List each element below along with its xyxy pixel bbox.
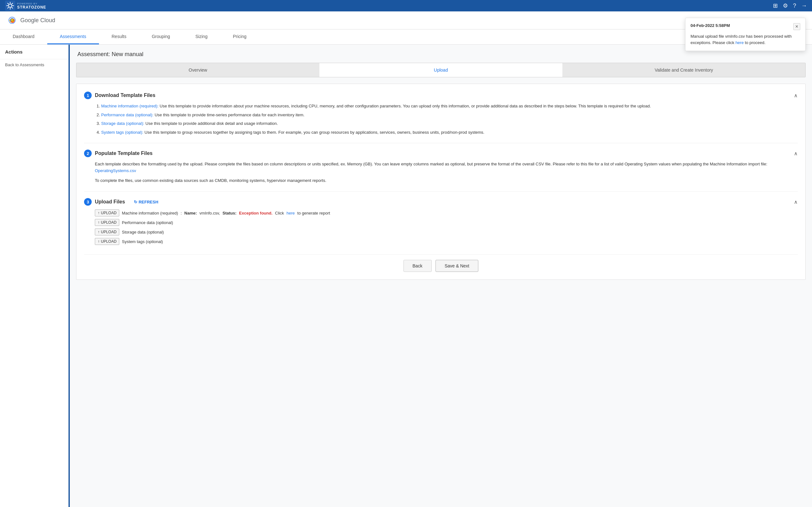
upload-row-performance: ↑ UPLOAD Performance data (optional) [95,219,798,226]
upload-row-tags: ↑ UPLOAD System tags (optional) [95,238,798,245]
upload-icon: ↑ [98,211,100,215]
content-card: 1 Download Template Files ∧ Machine info… [76,83,806,280]
assessment-title: Assessment: New manual [76,51,806,58]
stratozone-logo: POWERED BY STRATOZONE [5,1,46,11]
grid-icon[interactable]: ⊞ [773,2,778,9]
status-label: Status: [223,211,237,216]
name-label: Name: [184,211,197,216]
subtab-upload[interactable]: Upload [319,63,562,77]
tab-assessments[interactable]: Assessments [47,30,99,44]
upload-storage-button[interactable]: ↑ UPLOAD [95,228,119,235]
tab-results[interactable]: Results [99,30,139,44]
section1-title: Download Template Files [95,93,155,98]
section1-number: 1 [84,92,92,99]
section3-title-row: 3 Upload Files ↻ REFRESH [84,198,158,206]
sub-tabs: Overview Upload Validate and Create Inve… [76,63,806,77]
machine-info-link[interactable]: Machine information (required): [101,104,159,108]
section2-title: Populate Template Files [95,151,153,156]
upload-machine-button[interactable]: ↑ UPLOAD [95,210,119,216]
section3-header: 3 Upload Files ↻ REFRESH ∧ [84,198,798,206]
google-cloud-logo: Google Cloud [6,14,55,26]
notification-date: 04-Feb-2022 5:58PM [691,23,730,28]
notification-link[interactable]: here [735,40,744,45]
section3-number: 3 [84,198,92,206]
storage-data-link[interactable]: Storage data (optional): [101,121,144,126]
list-item: Machine information (required): Use this… [101,103,798,109]
top-bar-right: ⊞ ⚙ ? → [773,2,807,9]
sidebar-item-back[interactable]: Back to Assessments [0,59,68,70]
upload-row-storage: ↑ UPLOAD Storage data (optional) [95,228,798,235]
divider2 [84,191,798,192]
section2-header: 2 Populate Template Files ∧ [84,150,798,157]
notification-close-button[interactable]: × [793,23,800,30]
section-download: 1 Download Template Files ∧ Machine info… [84,92,798,135]
tab-dashboard[interactable]: Dashboard [0,30,47,44]
notification-popup: 04-Feb-2022 5:58PM × Manual upload file … [685,18,806,51]
section2-collapse-icon[interactable]: ∧ [794,151,798,157]
settings-icon[interactable]: ⚙ [783,2,788,9]
section3-title: Upload Files [95,199,125,205]
svg-point-13 [11,21,12,22]
operating-systems-link[interactable]: OperatingSystems.csv [95,168,136,173]
upload-icon: ↑ [98,239,100,244]
tab-sizing[interactable]: Sizing [183,30,220,44]
upload-performance-button[interactable]: ↑ UPLOAD [95,219,119,226]
list-item: Storage data (optional): Use this templa… [101,120,798,127]
refresh-icon: ↻ [134,200,137,205]
stratozone-icon [5,1,15,11]
main-layout: Actions Back to Assessments Assessment: … [0,45,812,507]
status-badge: Exception found. [239,211,272,216]
notification-header: 04-Feb-2022 5:58PM × [691,23,800,30]
top-bar: POWERED BY STRATOZONE ⊞ ⚙ ? → [0,0,812,11]
list-item: System tags (optional): Use this templat… [101,129,798,135]
upload-icon: ↑ [98,220,100,225]
stratozone-text: POWERED BY STRATOZONE [17,2,46,9]
content-area: Assessment: New manual Overview Upload V… [70,45,812,507]
subtab-validate[interactable]: Validate and Create Inventory [562,63,805,77]
tab-grouping[interactable]: Grouping [139,30,183,44]
top-bar-left: POWERED BY STRATOZONE [5,1,46,11]
google-cloud-text: Google Cloud [20,17,55,24]
section2-body: Each template describes the formatting u… [84,161,798,184]
upload-icon: ↑ [98,230,100,234]
subtab-overview[interactable]: Overview [77,63,319,77]
sidebar: Actions Back to Assessments [0,45,70,507]
section1-title-row: 1 Download Template Files [84,92,155,99]
google-cloud-icon [6,14,18,26]
section1-header: 1 Download Template Files ∧ [84,92,798,99]
help-icon[interactable]: ? [793,3,796,9]
section-upload: 3 Upload Files ↻ REFRESH ∧ ↑ [84,198,798,245]
section3-collapse-icon[interactable]: ∧ [794,199,798,205]
save-next-button[interactable]: Save & Next [436,260,478,272]
section1-body: Machine information (required): Use this… [84,103,798,135]
section2-title-row: 2 Populate Template Files [84,150,153,157]
back-button[interactable]: Back [403,260,432,272]
section-populate: 2 Populate Template Files ∧ Each templat… [84,150,798,184]
section1-collapse-icon[interactable]: ∧ [794,93,798,99]
user-icon[interactable]: → [801,3,807,9]
svg-point-12 [13,20,14,20]
section3-body: ↑ UPLOAD Machine information (required) … [84,210,798,245]
sidebar-actions-title: Actions [0,45,68,59]
svg-point-14 [10,20,11,20]
list-item: Performance data (optional): Use this te… [101,112,798,118]
svg-point-11 [11,19,12,20]
section2-number: 2 [84,150,92,157]
performance-data-link[interactable]: Performance data (optional): [101,112,154,117]
bottom-actions: Back Save & Next [84,255,798,272]
exception-report-link[interactable]: here [287,211,295,216]
divider1 [84,143,798,143]
upload-row-machine: ↑ UPLOAD Machine information (required) … [95,210,798,216]
section2-para1: Each template describes the formatting u… [95,161,798,174]
system-tags-link[interactable]: System tags (optional): [101,130,143,135]
section2-para2: To complete the files, use common existi… [95,177,798,184]
upload-tags-button[interactable]: ↑ UPLOAD [95,238,119,245]
refresh-button[interactable]: ↻ REFRESH [134,200,158,205]
notification-body: Manual upload file vmInfo.csv has been p… [691,33,800,46]
tab-pricing[interactable]: Pricing [220,30,259,44]
